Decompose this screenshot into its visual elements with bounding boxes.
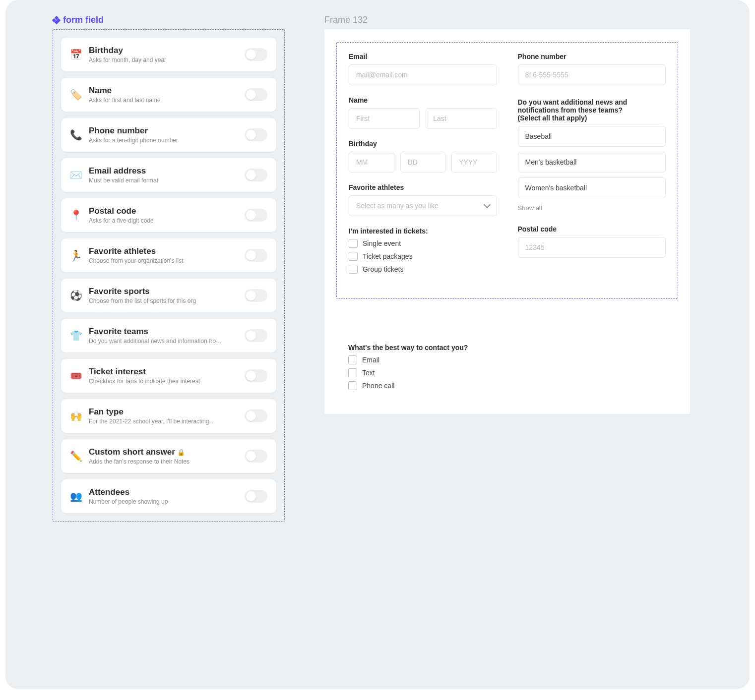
- field-card-favorite-teams[interactable]: 👕Favorite teamsDo you want additional ne…: [61, 319, 276, 352]
- field-subtitle: Asks for a ten-digit phone number: [89, 137, 223, 144]
- tickets-option-label: Single event: [363, 239, 401, 247]
- field-text: Postal codeAsks for a five-digit code: [89, 206, 238, 224]
- tickets-option[interactable]: Single event: [349, 239, 497, 248]
- birthday-dd-input[interactable]: [400, 152, 446, 173]
- field-title: Favorite sports: [89, 287, 238, 296]
- form-field-list-frame: 📅BirthdayAsks for month, day and year🏷️N…: [53, 29, 285, 522]
- tickets-option-label: Ticket packages: [363, 252, 413, 260]
- form-field-component-panel: form field 📅BirthdayAsks for month, day …: [53, 15, 285, 522]
- birthday-toggle[interactable]: [245, 48, 267, 61]
- field-card-ticket-interest[interactable]: 🎟️Ticket interestCheckbox for fans to in…: [61, 359, 276, 393]
- form-preview-frame: Email Name Birthday: [336, 42, 678, 299]
- field-card-favorite-sports[interactable]: ⚽Favorite sportsChoose from the list of …: [61, 279, 276, 312]
- fan-type-toggle[interactable]: [245, 409, 267, 422]
- field-card-name[interactable]: 🏷️NameAsks for first and last name: [61, 78, 276, 112]
- athletes-select[interactable]: Select as many as you like: [349, 195, 497, 216]
- tickets-label: I'm interested in tickets:: [349, 227, 497, 235]
- contact-option[interactable]: Text: [348, 368, 678, 377]
- athletes-placeholder: Select as many as you like: [356, 202, 439, 210]
- field-text: Fan typeFor the 2021-22 school year, I'l…: [89, 407, 238, 425]
- field-subtitle: Asks for a five-digit code: [89, 217, 223, 224]
- favorite-athletes-icon: 🏃: [70, 249, 82, 261]
- field-card-favorite-athletes[interactable]: 🏃Favorite athletesChoose from your organ…: [61, 238, 276, 272]
- postal-code-toggle[interactable]: [245, 209, 267, 222]
- field-card-fan-type[interactable]: 🙌Fan typeFor the 2021-22 school year, I'…: [61, 399, 276, 433]
- checkbox-icon: [349, 239, 358, 248]
- athletes-group: Favorite athletes Select as many as you …: [349, 183, 497, 216]
- news-item[interactable]: Men's basketball: [518, 152, 666, 173]
- field-subtitle: Asks for month, day and year: [89, 57, 223, 63]
- field-text: BirthdayAsks for month, day and year: [89, 46, 238, 63]
- email-group: Email: [349, 53, 497, 85]
- lock-icon: 🔒: [177, 449, 185, 456]
- field-subtitle: Asks for first and last name: [89, 97, 223, 104]
- field-card-attendees[interactable]: 👥AttendeesNumber of people showing up: [61, 479, 276, 513]
- tickets-option[interactable]: Ticket packages: [349, 252, 497, 261]
- phone-number-toggle[interactable]: [245, 128, 267, 141]
- tickets-option[interactable]: Group tickets: [349, 265, 497, 274]
- phone-group: Phone number: [518, 53, 666, 85]
- field-title: Phone number: [89, 126, 238, 136]
- field-text: AttendeesNumber of people showing up: [89, 487, 238, 505]
- field-card-birthday[interactable]: 📅BirthdayAsks for month, day and year: [61, 38, 276, 71]
- name-label: Name: [349, 96, 497, 104]
- contact-option-label: Email: [362, 356, 379, 364]
- news-item[interactable]: Women's basketball: [518, 177, 666, 198]
- field-text: NameAsks for first and last name: [89, 86, 238, 104]
- frame-label-text: Frame 132: [324, 15, 368, 25]
- field-title: Favorite teams: [89, 327, 238, 337]
- birthday-mm-input[interactable]: [349, 152, 394, 173]
- field-title: Attendees: [89, 487, 238, 497]
- birthday-label: Birthday: [349, 140, 497, 148]
- field-subtitle: Do you want additional news and informat…: [89, 338, 223, 345]
- favorite-athletes-toggle[interactable]: [245, 249, 267, 262]
- email-input[interactable]: [349, 64, 497, 85]
- phone-number-icon: 📞: [70, 129, 82, 141]
- custom-short-answer-icon: ✏️: [70, 450, 82, 462]
- field-card-custom-short-answer[interactable]: ✏️Custom short answer🔒Adds the fan's res…: [61, 439, 276, 473]
- field-card-phone-number[interactable]: 📞Phone numberAsks for a ten-digit phone …: [61, 118, 276, 152]
- field-text: Favorite athletesChoose from your organi…: [89, 246, 238, 264]
- attendees-icon: 👥: [70, 490, 82, 502]
- custom-short-answer-toggle[interactable]: [245, 450, 267, 463]
- field-subtitle: Checkbox for fans to indicate their inte…: [89, 378, 223, 385]
- birthday-icon: 📅: [70, 49, 82, 60]
- ticket-interest-toggle[interactable]: [245, 369, 267, 382]
- favorite-teams-toggle[interactable]: [245, 329, 267, 342]
- contact-option-label: Text: [362, 369, 375, 377]
- field-text: Email addressMust be valid email format: [89, 166, 238, 184]
- contact-option[interactable]: Email: [348, 355, 678, 364]
- component-label-text: form field: [63, 15, 104, 25]
- phone-input[interactable]: [518, 64, 666, 85]
- birthday-yyyy-input[interactable]: [451, 152, 497, 173]
- contact-option[interactable]: Phone call: [348, 381, 678, 390]
- athletes-label: Favorite athletes: [349, 183, 497, 191]
- field-subtitle: Choose from your organization's list: [89, 257, 223, 264]
- field-title: Name: [89, 86, 238, 96]
- field-card-postal-code[interactable]: 📍Postal codeAsks for a five-digit code: [61, 198, 276, 232]
- frame-label: Frame 132: [324, 15, 690, 25]
- email-address-toggle[interactable]: [245, 169, 267, 181]
- first-name-input[interactable]: [349, 108, 420, 129]
- field-subtitle: Adds the fan's response to their Notes: [89, 458, 223, 465]
- postal-input[interactable]: [518, 237, 666, 258]
- frame-132-panel: Frame 132 Email Name: [324, 15, 690, 522]
- show-all-link[interactable]: Show all: [518, 204, 542, 212]
- checkbox-icon: [349, 252, 358, 261]
- favorite-sports-toggle[interactable]: [245, 289, 267, 302]
- field-card-email-address[interactable]: ✉️Email addressMust be valid email forma…: [61, 158, 276, 192]
- field-title: Ticket interest: [89, 367, 238, 377]
- field-subtitle: Number of people showing up: [89, 498, 223, 505]
- checkbox-icon: [348, 381, 357, 390]
- last-name-input[interactable]: [426, 108, 497, 129]
- field-title: Fan type: [89, 407, 238, 417]
- attendees-toggle[interactable]: [245, 490, 267, 503]
- right-white-panel: Email Name Birthday: [324, 29, 690, 414]
- field-subtitle: For the 2021-22 school year, I'll be int…: [89, 418, 223, 425]
- name-toggle[interactable]: [245, 88, 267, 101]
- news-item[interactable]: Baseball: [518, 126, 666, 147]
- favorite-sports-icon: ⚽: [70, 290, 82, 301]
- component-label: form field: [53, 15, 285, 25]
- field-title: Custom short answer🔒: [89, 447, 238, 457]
- tickets-group: I'm interested in tickets: Single eventT…: [349, 227, 497, 274]
